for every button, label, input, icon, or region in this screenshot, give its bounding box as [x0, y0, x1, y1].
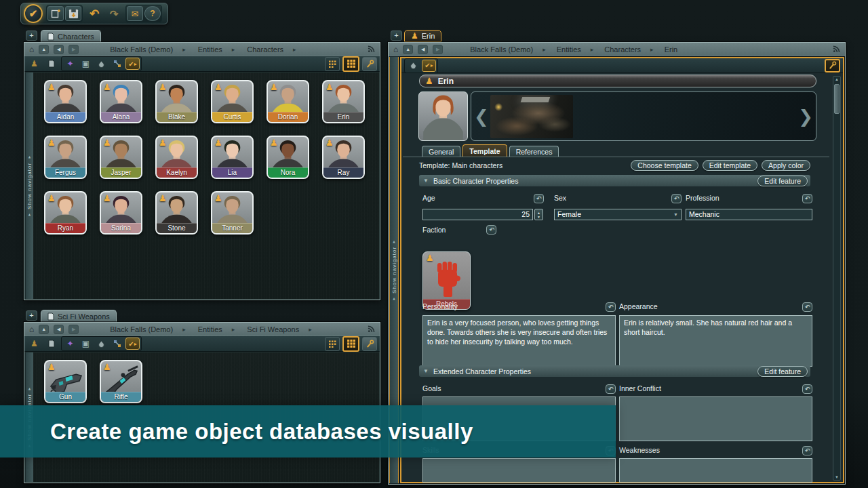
revert-appearance-button[interactable]: ↶ — [802, 302, 812, 312]
appearance-textarea[interactable]: Erin is relatively small. She has natura… — [619, 315, 812, 367]
entity-card[interactable]: ♟ Sarina — [100, 191, 142, 235]
rss-icon[interactable] — [368, 45, 375, 53]
scroll-up-icon[interactable]: ▲ — [833, 77, 840, 81]
tools-button[interactable] — [825, 59, 840, 73]
edit-feature-button[interactable]: Edit feature — [757, 366, 808, 377]
profession-input[interactable]: Mechanic — [686, 209, 812, 220]
tools-button[interactable] — [362, 57, 377, 71]
rss-icon[interactable] — [368, 325, 375, 333]
basic-properties-header[interactable]: ▼ Basic Character Properties Edit featur… — [419, 175, 810, 186]
entity-card[interactable]: ♟ Erin — [322, 80, 365, 123]
revert-profession-button[interactable]: ↶ — [802, 194, 812, 203]
up-button[interactable]: ▲ — [39, 45, 49, 54]
entity-card[interactable]: ♟ Fergus — [44, 136, 87, 179]
entity-card[interactable]: ♟ Rifle — [100, 360, 142, 403]
entity-card[interactable]: ♟ Ray — [322, 136, 365, 179]
new-document-button[interactable] — [47, 6, 64, 21]
forward-button[interactable]: ▶ — [68, 325, 79, 334]
up-button[interactable]: ▲ — [39, 325, 49, 334]
revert-inner-conflict-button[interactable]: ↶ — [802, 384, 812, 394]
revert-weaknesses-button[interactable]: ↶ — [802, 446, 812, 455]
save-button[interactable] — [65, 6, 81, 21]
template-icon[interactable]: ✦ — [63, 338, 77, 350]
jump-to-icon[interactable]: ✔▸ — [125, 58, 140, 70]
breadcrumb-item[interactable]: Characters — [247, 45, 283, 54]
redo-button[interactable]: ↷ — [106, 6, 122, 21]
character-portrait[interactable] — [418, 92, 468, 141]
grid-view-button[interactable] — [342, 336, 359, 352]
back-button[interactable]: ◀ — [54, 325, 64, 334]
mail-button[interactable]: ✉ — [127, 6, 143, 21]
breadcrumb-item[interactable]: Erin — [665, 45, 678, 54]
entity-card[interactable]: ♟ Nora — [267, 136, 309, 179]
breadcrumb-item[interactable]: Entities — [198, 325, 222, 333]
frame-icon[interactable]: ▣ — [79, 58, 93, 70]
collapse-icon[interactable]: ▼ — [423, 178, 429, 184]
list-view-button[interactable] — [325, 337, 340, 351]
revert-age-button[interactable]: ↶ — [534, 194, 544, 203]
home-icon[interactable]: ⌂ — [29, 325, 34, 334]
skills-textarea[interactable] — [422, 458, 616, 483]
jump-to-icon[interactable]: ✔▸ — [422, 60, 436, 72]
rss-icon[interactable] — [833, 45, 840, 53]
collapse-icon[interactable]: ▼ — [423, 368, 429, 374]
revert-goals-button[interactable]: ↶ — [606, 384, 616, 394]
frame-icon[interactable]: ▣ — [79, 338, 93, 350]
editor-new-tab-button[interactable]: + — [391, 30, 402, 41]
color-fill-icon[interactable] — [94, 58, 108, 70]
edit-template-button[interactable]: Edit template — [703, 160, 757, 171]
undo-button[interactable]: ↶ — [86, 6, 102, 21]
list-view-button[interactable] — [325, 57, 340, 71]
grid-view-button[interactable] — [342, 56, 359, 72]
revert-sex-button[interactable]: ↶ — [671, 194, 682, 203]
back-button[interactable]: ◀ — [54, 45, 64, 54]
entity-card[interactable]: ♟ Curtis — [211, 80, 254, 123]
breadcrumb-item[interactable]: Characters — [604, 45, 641, 54]
home-icon[interactable]: ⌂ — [393, 45, 398, 54]
entity-card[interactable]: ♟ Lia — [211, 136, 254, 179]
entity-card[interactable]: ♟ Blake — [155, 80, 198, 123]
extended-properties-header[interactable]: ▼ Extended Character Properties Edit fea… — [419, 365, 810, 377]
app-logo-icon[interactable]: ✔ — [24, 4, 43, 23]
jump-to-icon[interactable]: ✔▸ — [125, 338, 140, 350]
age-input[interactable]: 25 — [422, 209, 533, 220]
inner-conflict-textarea[interactable] — [619, 396, 812, 441]
entity-card[interactable]: ♟ Jasper — [100, 136, 142, 179]
entity-card[interactable]: ♟ Tanner — [211, 191, 254, 235]
entity-card[interactable]: ♟ Alana — [100, 80, 142, 123]
color-fill-icon[interactable] — [94, 338, 108, 350]
carousel-prev-icon[interactable]: ❮ — [474, 108, 489, 125]
template-icon[interactable]: ✦ — [63, 58, 77, 70]
connections-icon[interactable] — [110, 338, 124, 350]
scroll-down-icon[interactable]: ▼ — [833, 475, 840, 479]
choose-template-button[interactable]: Choose template — [631, 160, 698, 171]
back-button[interactable]: ◀ — [418, 45, 428, 54]
apply-color-button[interactable]: Apply color — [762, 160, 810, 171]
characters-tab[interactable]: Characters — [41, 30, 101, 42]
erin-tab[interactable]: ♟ Erin — [404, 30, 441, 42]
breadcrumb-item[interactable]: Black Falls (Demo) — [110, 325, 173, 333]
tab-template[interactable]: Template — [462, 144, 507, 157]
help-button[interactable]: ? — [144, 6, 161, 21]
weapons-tab[interactable]: Sci Fi Weapons — [41, 310, 117, 322]
vertical-scrollbar[interactable]: ▲ ▼ — [833, 76, 841, 481]
revert-faction-button[interactable]: ↶ — [486, 225, 496, 235]
weaknesses-textarea[interactable] — [619, 458, 812, 483]
entity-card[interactable]: ♟ Ryan — [44, 191, 87, 235]
breadcrumb-item[interactable]: Black Falls (Demo) — [470, 45, 533, 54]
characters-new-tab-button[interactable]: + — [26, 30, 37, 41]
forward-button[interactable]: ▶ — [433, 45, 443, 54]
carousel-next-icon[interactable]: ❯ — [798, 108, 813, 125]
entity-card[interactable]: ♟ Gun — [44, 360, 87, 403]
connections-icon[interactable] — [110, 58, 124, 70]
edit-feature-button[interactable]: Edit feature — [757, 176, 808, 186]
show-navigator-toggle[interactable]: Show navigator — [25, 73, 33, 299]
sex-select[interactable]: Female ▼ — [554, 209, 682, 220]
home-icon[interactable]: ⌂ — [29, 45, 34, 54]
up-button[interactable]: ▲ — [403, 45, 413, 54]
entity-icon[interactable]: ♟ — [27, 58, 41, 70]
weapons-new-tab-button[interactable]: + — [26, 310, 37, 321]
tab-references[interactable]: References — [509, 146, 559, 157]
breadcrumb-item[interactable]: Entities — [557, 45, 581, 54]
breadcrumb-item[interactable]: Black Falls (Demo) — [110, 45, 173, 54]
